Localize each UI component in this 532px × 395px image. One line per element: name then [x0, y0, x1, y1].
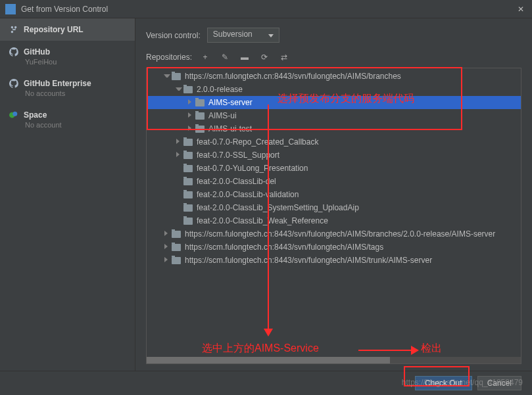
- sidebar-item-sub: YuFeiHou: [25, 58, 126, 66]
- tree-row[interactable]: feat-0.7.0-YuLong_Presentation: [147, 162, 521, 175]
- sidebar-item-sub: No accounts: [25, 89, 126, 97]
- version-control-row: Version control: Subversion: [146, 28, 521, 43]
- folder-icon: [183, 165, 193, 172]
- tree-row[interactable]: feat-0.7.0-Repo_Created_Callback: [147, 135, 521, 149]
- folder-icon: [183, 178, 193, 185]
- folder-icon: [183, 152, 193, 159]
- folder-icon: [172, 257, 181, 264]
- folder-icon: [183, 86, 193, 93]
- sidebar-item-space[interactable]: Space No account: [0, 104, 135, 135]
- tree-row[interactable]: https://scm.fulongtech.cn:8443/svn/fulon…: [147, 241, 521, 254]
- tree-node-label: AIMS-server: [208, 98, 253, 107]
- chevron-right-icon[interactable]: [186, 99, 194, 106]
- svg-point-1: [12, 112, 17, 116]
- tree-node-label: AIMS-ui: [208, 111, 237, 120]
- main: Repository URL GitHub YuFeiHou GitHub En…: [0, 18, 532, 371]
- sidebar-item-sub: No account: [25, 121, 126, 129]
- folder-icon: [183, 204, 193, 212]
- tree-node-label: feat-0.7.0-SSL_Support: [197, 151, 279, 160]
- chevron-right-icon[interactable]: [162, 256, 170, 264]
- sidebar: Repository URL GitHub YuFeiHou GitHub En…: [0, 18, 135, 371]
- close-icon[interactable]: ✕: [515, 5, 527, 14]
- folder-icon: [195, 126, 205, 133]
- cleanup-icon[interactable]: ⇄: [278, 51, 291, 64]
- refresh-icon[interactable]: ⟳: [258, 51, 271, 64]
- tree-node-label: AIMS-ui-test: [208, 124, 252, 133]
- chevron-right-icon[interactable]: [162, 230, 170, 238]
- tree-node-label: feat-2.0.0-ClassLib-del: [197, 177, 276, 186]
- folder-icon: [172, 73, 181, 80]
- version-control-combo[interactable]: Subversion: [207, 28, 279, 43]
- folder-icon: [172, 244, 181, 251]
- tree-node-label: feat-2.0.0-ClassLib-validation: [197, 190, 299, 199]
- tree-node-label: 2.0.0-release: [197, 85, 243, 94]
- folder-icon: [183, 191, 193, 198]
- repositories-label: Repositories:: [146, 53, 192, 62]
- window-title: Get from Version Control: [21, 5, 515, 14]
- horizontal-scrollbar[interactable]: [147, 357, 521, 363]
- sidebar-item-label: Repository URL: [24, 25, 84, 34]
- tree-row[interactable]: https://scm.fulongtech.cn:8443/svn/fulon…: [147, 70, 521, 83]
- github-icon: [9, 47, 18, 57]
- github-icon: [9, 79, 18, 88]
- scrollbar-thumb[interactable]: [147, 357, 390, 363]
- chevron-down-icon[interactable]: [162, 72, 170, 80]
- sidebar-item-github-enterprise[interactable]: GitHub Enterprise No accounts: [0, 72, 135, 104]
- folder-icon: [172, 231, 181, 238]
- chevron-right-icon[interactable]: [186, 125, 194, 133]
- chevron-right-icon[interactable]: [174, 138, 182, 146]
- tree-row[interactable]: AIMS-ui: [147, 109, 521, 122]
- titlebar: Get from Version Control ✕: [0, 0, 532, 18]
- content: Version control: Subversion Repositories…: [135, 18, 532, 371]
- tree-node-label: https://scm.fulongtech.cn:8443/svn/fulon…: [185, 72, 401, 81]
- checkout-button[interactable]: Check Out: [415, 376, 472, 390]
- tree-node-label: feat-2.0.0-ClassLib_SystemSetting_Upload…: [197, 203, 359, 212]
- tree-row[interactable]: feat-2.0.0-ClassLib-validation: [147, 188, 521, 201]
- tree-row[interactable]: AIMS-ui-test: [147, 122, 521, 135]
- branch-icon: [9, 25, 18, 34]
- tree-row[interactable]: https://scm.fulongtech.cn:8443/svn/fulon…: [147, 227, 521, 241]
- tree-node-label: feat-0.7.0-YuLong_Presentation: [197, 164, 308, 173]
- tree-node-label: https://scm.fulongtech.cn:8443/svn/fulon…: [185, 229, 495, 239]
- chevron-right-icon[interactable]: [162, 243, 170, 251]
- footer: Check Out Cancel: [0, 371, 532, 395]
- folder-icon: [195, 99, 205, 106]
- add-icon[interactable]: +: [199, 51, 212, 64]
- edit-icon[interactable]: ✎: [218, 51, 231, 64]
- tree-row[interactable]: https://scm.fulongtech.cn:8443/svn/fulon…: [147, 254, 521, 267]
- tree-row[interactable]: 2.0.0-release: [147, 83, 521, 96]
- tree-row[interactable]: feat-2.0.0-ClassLib_Weak_Reference: [147, 214, 521, 227]
- sidebar-item-repository-url[interactable]: Repository URL: [0, 18, 135, 41]
- chevron-right-icon[interactable]: [186, 112, 194, 120]
- tree-row[interactable]: feat-0.7.0-SSL_Support: [147, 149, 521, 162]
- tree-node-label: feat-0.7.0-Repo_Created_Callback: [197, 137, 318, 147]
- tree-node-label: https://scm.fulongtech.cn:8443/svn/fulon…: [185, 243, 383, 252]
- sidebar-item-label: Space: [24, 110, 47, 120]
- tree-row[interactable]: feat-2.0.0-ClassLib-del: [147, 175, 521, 188]
- tree-node-label: feat-2.0.0-ClassLib_Weak_Reference: [197, 216, 328, 225]
- version-control-label: Version control:: [146, 31, 201, 40]
- sidebar-item-label: GitHub Enterprise: [24, 79, 91, 88]
- folder-icon: [183, 218, 193, 225]
- sidebar-item-github[interactable]: GitHub YuFeiHou: [0, 41, 135, 72]
- tree-row[interactable]: feat-2.0.0-ClassLib_SystemSetting_Upload…: [147, 201, 521, 214]
- repositories-toolbar: Repositories: + ✎ ▬ ⟳ ⇄: [146, 51, 521, 64]
- chevron-down-icon[interactable]: [174, 85, 182, 93]
- repository-tree[interactable]: https://scm.fulongtech.cn:8443/svn/fulon…: [146, 68, 521, 364]
- cancel-button[interactable]: Cancel: [477, 376, 521, 390]
- tree-row[interactable]: AIMS-server: [147, 96, 521, 109]
- app-icon: [5, 4, 16, 14]
- sidebar-item-label: GitHub: [24, 47, 50, 57]
- space-icon: [9, 110, 18, 120]
- tree-node-label: https://scm.fulongtech.cn:8443/svn/fulon…: [185, 256, 432, 265]
- folder-icon: [183, 139, 193, 146]
- folder-icon: [195, 112, 205, 120]
- delete-icon[interactable]: ▬: [238, 51, 251, 64]
- chevron-right-icon[interactable]: [174, 151, 182, 159]
